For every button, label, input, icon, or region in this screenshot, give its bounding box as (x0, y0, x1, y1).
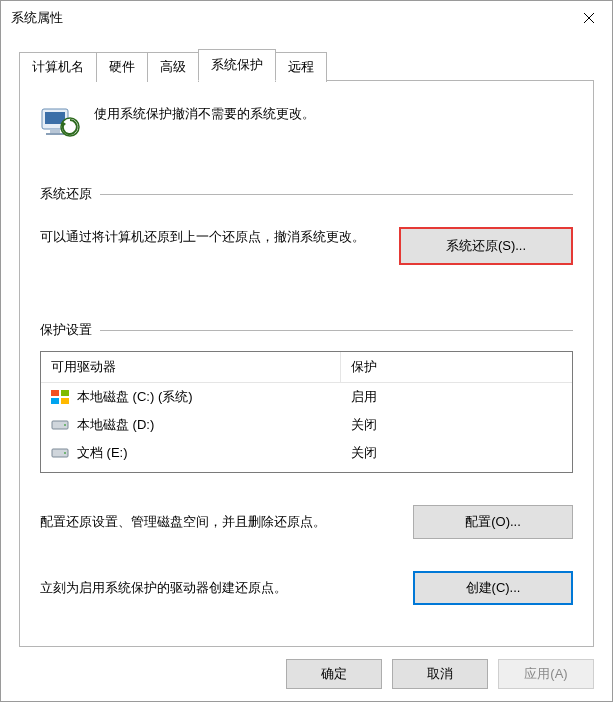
divider (100, 330, 573, 331)
system-restore-button[interactable]: 系统还原(S)... (399, 227, 573, 265)
configure-row: 配置还原设置、管理磁盘空间，并且删除还原点。 配置(O)... (40, 505, 573, 539)
drive-table-header: 可用驱动器 保护 (41, 352, 572, 383)
tab-system-protection[interactable]: 系统保护 (198, 49, 276, 81)
table-row[interactable]: 本地磁盘 (D:) 关闭 (41, 411, 572, 439)
svg-rect-5 (46, 133, 64, 135)
disk-icon (51, 446, 69, 460)
svg-rect-11 (61, 398, 69, 404)
drive-protection: 关闭 (341, 442, 572, 464)
svg-point-15 (64, 452, 66, 454)
tab-remote[interactable]: 远程 (275, 52, 327, 82)
drive-protection: 关闭 (341, 414, 572, 436)
restore-row: 可以通过将计算机还原到上一个还原点，撤消系统更改。 系统还原(S)... (40, 227, 573, 265)
table-row[interactable]: 文档 (E:) 关闭 (41, 439, 572, 472)
svg-rect-8 (51, 390, 59, 396)
apply-button[interactable]: 应用(A) (498, 659, 594, 689)
svg-rect-9 (61, 390, 69, 396)
svg-rect-10 (51, 398, 59, 404)
apply-button-label: 应用(A) (524, 665, 567, 683)
configure-button[interactable]: 配置(O)... (413, 505, 573, 539)
table-row[interactable]: 本地磁盘 (C:) (系统) 启用 (41, 383, 572, 411)
tab-strip: 计算机名 硬件 高级 系统保护 远程 (1, 35, 612, 81)
create-row: 立刻为启用系统保护的驱动器创建还原点。 创建(C)... (40, 571, 573, 605)
tab-computer-name[interactable]: 计算机名 (19, 52, 97, 82)
configure-description: 配置还原设置、管理磁盘空间，并且删除还原点。 (40, 513, 389, 531)
tab-advanced[interactable]: 高级 (147, 52, 199, 82)
create-description: 立刻为启用系统保护的驱动器创建还原点。 (40, 579, 389, 597)
cancel-button-label: 取消 (427, 665, 453, 683)
drive-table: 可用驱动器 保护 本地磁盘 (C:) (系统) 启用 本地磁盘 (D:) (40, 351, 573, 473)
close-icon (583, 12, 595, 24)
system-protection-icon (40, 101, 80, 141)
svg-point-13 (64, 424, 66, 426)
drive-name: 文档 (E:) (77, 444, 128, 462)
col-header-drive[interactable]: 可用驱动器 (41, 352, 341, 382)
section-restore-label: 系统还原 (40, 185, 92, 203)
tab-content: 使用系统保护撤消不需要的系统更改。 系统还原 可以通过将计算机还原到上一个还原点… (19, 81, 594, 647)
window-title: 系统属性 (11, 9, 63, 27)
drive-protection: 启用 (341, 386, 572, 408)
titlebar: 系统属性 (1, 1, 612, 35)
configure-button-label: 配置(O)... (465, 513, 521, 531)
drive-name: 本地磁盘 (D:) (77, 416, 154, 434)
close-button[interactable] (566, 3, 612, 33)
cancel-button[interactable]: 取消 (392, 659, 488, 689)
restore-description: 可以通过将计算机还原到上一个还原点，撤消系统更改。 (40, 227, 375, 248)
svg-rect-4 (50, 130, 60, 133)
section-settings-title: 保护设置 (40, 321, 573, 339)
col-header-protection[interactable]: 保护 (341, 352, 572, 382)
ok-button[interactable]: 确定 (286, 659, 382, 689)
system-restore-button-label: 系统还原(S)... (446, 237, 526, 255)
create-button[interactable]: 创建(C)... (413, 571, 573, 605)
drive-name: 本地磁盘 (C:) (系统) (77, 388, 193, 406)
disk-icon (51, 418, 69, 432)
intro-row: 使用系统保护撤消不需要的系统更改。 (40, 101, 573, 141)
section-settings-label: 保护设置 (40, 321, 92, 339)
intro-text: 使用系统保护撤消不需要的系统更改。 (94, 101, 315, 123)
create-button-label: 创建(C)... (466, 579, 521, 597)
system-properties-window: 系统属性 计算机名 硬件 高级 系统保护 远程 (0, 0, 613, 702)
ok-button-label: 确定 (321, 665, 347, 683)
tab-hardware[interactable]: 硬件 (96, 52, 148, 82)
divider (100, 194, 573, 195)
windows-drive-icon (51, 390, 69, 404)
section-restore-title: 系统还原 (40, 185, 573, 203)
footer-button-bar: 确定 取消 应用(A) (1, 647, 612, 701)
